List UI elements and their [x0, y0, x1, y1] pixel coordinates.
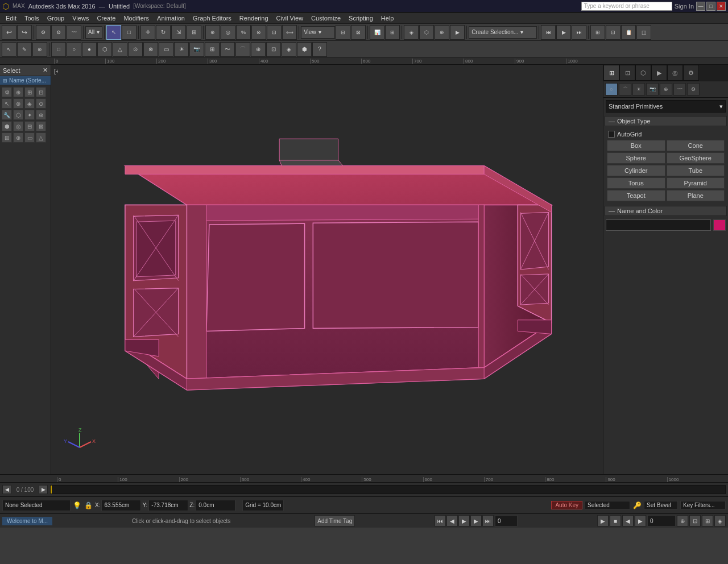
- render-production[interactable]: ▶: [450, 25, 465, 40]
- color-swatch[interactable]: [713, 219, 726, 231]
- play-animation[interactable]: ▶: [556, 25, 571, 40]
- right-subtab-helpers[interactable]: ⊕: [660, 83, 672, 96]
- viewport[interactable]: [+] [Perspective] [Shaded + Edged Faces]…: [51, 65, 603, 474]
- rotate-button[interactable]: ↻: [156, 25, 171, 40]
- tb2-cylinder[interactable]: ⬡: [97, 42, 112, 57]
- tb2-extra2[interactable]: ◈: [282, 42, 296, 57]
- left-icon-18[interactable]: ⊕: [13, 132, 23, 143]
- selected-dropdown[interactable]: Selected: [585, 501, 630, 509]
- menu-civil-view[interactable]: Civil View: [273, 14, 307, 22]
- left-icon-4[interactable]: ⊡: [36, 87, 46, 97]
- time-controls[interactable]: ⏮: [541, 25, 556, 40]
- menu-customize[interactable]: Customize: [308, 14, 344, 22]
- key-filters-button[interactable]: Key Filters...: [680, 501, 726, 509]
- mini-next[interactable]: ▶: [635, 515, 646, 526]
- render-frame[interactable]: ⊕: [435, 25, 449, 40]
- tb2-smart-select[interactable]: ⊛: [32, 42, 47, 57]
- mini-stop[interactable]: ■: [610, 515, 621, 526]
- prev-frame[interactable]: ◀: [446, 515, 458, 526]
- extra-3[interactable]: ⊞: [702, 515, 713, 526]
- create-selection-dropdown[interactable]: Create Selection... ▾: [469, 26, 537, 39]
- left-icon-11[interactable]: ✦: [24, 110, 35, 120]
- spinner-snap[interactable]: ⊗: [251, 25, 266, 40]
- ot-plane[interactable]: Plane: [667, 190, 725, 201]
- menu-help[interactable]: Help: [378, 14, 398, 22]
- menu-graph-editors[interactable]: Graph Editors: [189, 14, 235, 22]
- ot-box[interactable]: Box: [607, 140, 665, 151]
- ot-geosphere[interactable]: GeoSphere: [667, 152, 725, 164]
- left-icon-3[interactable]: ⊞: [24, 87, 35, 97]
- render-to-texture[interactable]: ◫: [636, 25, 651, 40]
- tb2-select-mode[interactable]: ↖: [2, 42, 16, 57]
- right-subtab-cameras[interactable]: 📷: [646, 83, 659, 96]
- right-subtab-shapes[interactable]: ⌒: [619, 83, 631, 96]
- select-button[interactable]: ↖: [106, 25, 121, 40]
- left-icon-12[interactable]: ⊛: [36, 110, 46, 120]
- right-tab-display[interactable]: ◎: [667, 65, 683, 81]
- align-button[interactable]: ⊟: [336, 25, 350, 40]
- tb2-torus[interactable]: ⊙: [128, 42, 143, 57]
- key-icon[interactable]: 🔑: [632, 501, 642, 510]
- tb2-box[interactable]: □: [51, 42, 66, 57]
- left-icon-8[interactable]: ⊙: [36, 98, 46, 109]
- left-icon-13[interactable]: ⬢: [2, 121, 12, 131]
- search-box[interactable]: Type a keyword or phrase: [581, 2, 672, 11]
- tb2-nurbs[interactable]: ⌒: [235, 42, 250, 57]
- name-color-header[interactable]: — Name and Color: [605, 206, 727, 216]
- menu-scripting[interactable]: Scripting: [345, 14, 377, 22]
- add-time-tag-button[interactable]: Add Time Tag: [315, 515, 355, 526]
- object-properties[interactable]: ⊡: [606, 25, 621, 40]
- tb2-plane[interactable]: ▭: [159, 42, 173, 57]
- undo-button[interactable]: ↩: [2, 25, 16, 40]
- left-icon-19[interactable]: ▭: [24, 132, 35, 143]
- view-dropdown[interactable]: View ▾: [301, 26, 335, 39]
- lock-icon[interactable]: 🔒: [84, 501, 93, 510]
- select-region-button[interactable]: ⚙: [51, 25, 66, 40]
- left-icon-15[interactable]: ⊟: [24, 121, 35, 131]
- ot-torus[interactable]: Torus: [607, 177, 665, 189]
- layer-manager[interactable]: ⊞: [590, 25, 605, 40]
- right-subtab-geometry[interactable]: ○: [605, 83, 618, 96]
- menu-group[interactable]: Group: [44, 14, 68, 22]
- mini-play[interactable]: ▶: [597, 515, 609, 526]
- angle-snap[interactable]: ◎: [221, 25, 235, 40]
- menu-animation[interactable]: Animation: [154, 14, 188, 22]
- timeline-bar[interactable]: [50, 485, 726, 494]
- next-frame[interactable]: ▶: [470, 515, 482, 526]
- select-object-button[interactable]: ⚙: [36, 25, 51, 40]
- right-tab-motion[interactable]: ▶: [651, 65, 667, 81]
- left-icon-17[interactable]: ⊞: [2, 132, 12, 143]
- autogrid-checkbox[interactable]: [608, 131, 615, 138]
- play-button[interactable]: ▶: [458, 515, 470, 526]
- object-type-header[interactable]: — Object Type: [605, 116, 727, 126]
- time-value-field[interactable]: 0: [495, 515, 518, 526]
- right-tab-utilities[interactable]: ⚙: [683, 65, 699, 81]
- ot-pyramid[interactable]: Pyramid: [667, 177, 725, 189]
- close-button[interactable]: ✕: [717, 2, 726, 11]
- tb2-sphere[interactable]: ○: [67, 42, 81, 57]
- tb2-extra3[interactable]: ⬢: [297, 42, 312, 57]
- right-tab-create[interactable]: ⊞: [603, 65, 619, 81]
- play-back[interactable]: ⏭: [572, 25, 586, 40]
- ot-cylinder[interactable]: Cylinder: [607, 165, 665, 176]
- left-icon-16[interactable]: ⊠: [36, 121, 46, 131]
- lasso-tool[interactable]: 〰: [67, 25, 81, 40]
- menu-create[interactable]: Create: [93, 14, 119, 22]
- set-bevel-button[interactable]: Set Bevel: [644, 501, 678, 509]
- left-icon-1[interactable]: ⚙: [2, 87, 12, 97]
- right-tab-modify[interactable]: ⊡: [619, 65, 635, 81]
- timeline-prev[interactable]: ◀: [2, 485, 11, 494]
- percent-snap[interactable]: %: [236, 25, 251, 40]
- auto-key-button[interactable]: Auto Key: [551, 501, 582, 509]
- category-dropdown[interactable]: Standard Primitives ▾: [606, 100, 726, 113]
- restore-button[interactable]: □: [706, 2, 715, 11]
- go-to-end[interactable]: ⏭: [482, 515, 494, 526]
- tb2-cone[interactable]: △: [113, 42, 127, 57]
- menu-views[interactable]: Views: [69, 14, 92, 22]
- tb2-question[interactable]: ?: [312, 42, 327, 57]
- material-editor[interactable]: ◈: [404, 25, 419, 40]
- welcome-tab[interactable]: Welcome to M...: [2, 517, 52, 525]
- schematic-view[interactable]: ⊞: [385, 25, 400, 40]
- mini-prev[interactable]: ◀: [622, 515, 634, 526]
- move-button[interactable]: ✛: [140, 25, 155, 40]
